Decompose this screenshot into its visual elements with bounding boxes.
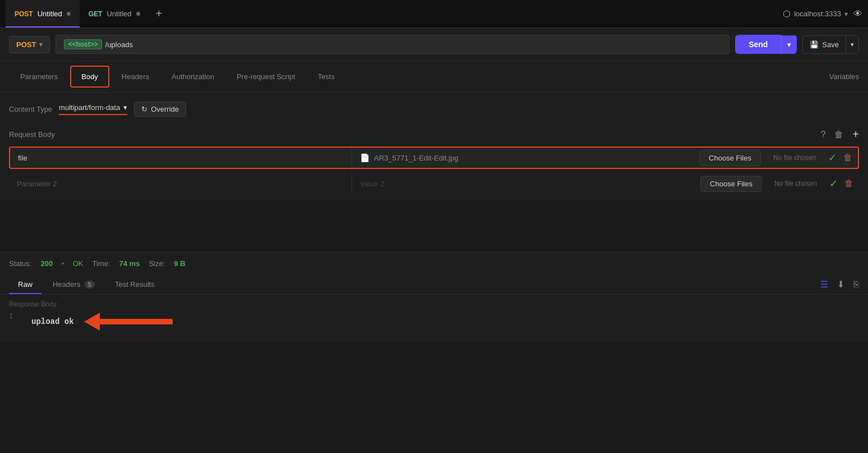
response-tabs: Raw Headers 5 Test Results ☰ ⬇ ⎘ xyxy=(0,274,868,295)
check-icon-2: ✓ xyxy=(829,177,838,190)
tab-body[interactable]: Body xyxy=(70,66,109,88)
delete-all-icon[interactable]: 🗑 xyxy=(834,130,843,140)
send-button-group: Send ▾ xyxy=(735,35,797,54)
choose-files-button-2[interactable]: Choose Files xyxy=(700,176,762,192)
param-key-2[interactable]: Parameter 2 xyxy=(9,174,352,194)
save-dropdown-button[interactable]: ▾ xyxy=(846,36,858,53)
table-row: file 📄 AR3_5771_1-Edit-Edit.jpg Choose F… xyxy=(9,147,859,169)
size-label: Size: xyxy=(149,259,165,268)
tab-get-untitled[interactable]: GET Untitled xyxy=(80,0,149,28)
refresh-icon: ↻ xyxy=(141,105,147,113)
status-label: Status: xyxy=(9,259,31,268)
request-body-label: Request Body xyxy=(9,130,55,139)
method-chevron-icon: ▾ xyxy=(39,41,43,48)
param-key-1[interactable]: file xyxy=(10,148,352,168)
host-tag: <<host>> xyxy=(64,39,101,49)
tab-get-dot xyxy=(136,12,140,16)
environment-name: localhost:3333 xyxy=(794,10,841,18)
tab-bar-right: ⬡ localhost:3333 ▾ 👁 xyxy=(783,8,862,19)
time-value: 74 ms xyxy=(119,259,140,268)
wrap-icon[interactable]: ☰ xyxy=(820,279,828,290)
line-number: 1 xyxy=(9,310,20,333)
tab-test-results[interactable]: Test Results xyxy=(106,274,164,294)
choose-files-button-1[interactable]: Choose Files xyxy=(699,150,761,166)
arrow-body xyxy=(100,319,173,324)
method-selector[interactable]: POST ▾ xyxy=(9,36,50,53)
status-bar: Status: 200 • OK Time: 74 ms Size: 9 B xyxy=(0,253,868,274)
param-value-2[interactable]: Value 2 xyxy=(352,174,695,194)
tab-post-untitled[interactable]: POST Untitled xyxy=(6,0,80,28)
tab-bar: POST Untitled GET Untitled + ⬡ localhost… xyxy=(0,0,868,28)
row-right-2: Choose Files No file chosen ✓ 🗑 xyxy=(695,176,859,192)
tab-tests[interactable]: Tests xyxy=(307,65,346,89)
response-headers-badge: 5 xyxy=(85,281,95,289)
delete-icon-1[interactable]: 🗑 xyxy=(843,153,852,163)
arrow-head-icon xyxy=(84,313,100,331)
content-area: Content Type multipart/form-data ▾ ↻ Ove… xyxy=(0,93,868,207)
add-row-button[interactable]: + xyxy=(852,128,859,141)
tab-authorization[interactable]: Authorization xyxy=(160,65,225,89)
tab-pre-request-script[interactable]: Pre-request Script xyxy=(225,65,307,89)
url-bar: POST ▾ <<host>> /uploads Send ▾ 💾 Save ▾ xyxy=(0,28,868,61)
url-input[interactable]: <<host>> /uploads xyxy=(56,35,730,54)
size-value: 9 B xyxy=(174,259,185,268)
delete-icon-2[interactable]: 🗑 xyxy=(844,179,853,189)
help-icon[interactable]: ? xyxy=(820,130,825,140)
response-code: upload ok xyxy=(31,317,74,326)
request-tabs: Parameters Body Headers Authorization Pr… xyxy=(0,61,868,93)
content-type-label: Content Type xyxy=(9,105,52,113)
no-file-label-2: No file chosen xyxy=(769,180,823,187)
tab-headers[interactable]: Headers xyxy=(110,65,160,89)
url-path: /uploads xyxy=(105,40,133,49)
tab-raw[interactable]: Raw xyxy=(9,274,41,294)
tab-post-dot xyxy=(67,12,71,16)
override-button[interactable]: ↻ Override xyxy=(134,102,186,117)
get-method-label: GET xyxy=(89,10,103,18)
content-type-chevron-icon: ▾ xyxy=(123,103,127,112)
table-row: Parameter 2 Value 2 Choose Files No file… xyxy=(9,173,859,194)
copy-icon[interactable]: ⎘ xyxy=(853,280,859,290)
method-label: POST xyxy=(16,40,36,49)
environment-chevron-icon: ▾ xyxy=(844,10,848,18)
status-text: OK xyxy=(73,259,84,268)
tab-get-title: Untitled xyxy=(107,10,131,18)
request-body-header: Request Body ? 🗑 + xyxy=(9,128,859,141)
environment-selector[interactable]: ⬡ localhost:3333 ▾ xyxy=(783,8,848,19)
eye-icon[interactable]: 👁 xyxy=(853,9,862,19)
send-dropdown-button[interactable]: ▾ xyxy=(781,35,797,54)
row-right-1: Choose Files No file chosen ✓ 🗑 xyxy=(694,150,858,166)
post-method-label: POST xyxy=(15,10,33,18)
response-content: 1 upload ok xyxy=(0,310,868,342)
check-icon-1: ✓ xyxy=(828,152,837,164)
download-icon[interactable]: ⬇ xyxy=(837,279,844,290)
save-button-group: 💾 Save ▾ xyxy=(802,35,859,54)
arrow-annotation xyxy=(85,310,173,333)
content-type-select[interactable]: multipart/form-data ▾ xyxy=(59,103,127,115)
tab-response-headers[interactable]: Headers 5 xyxy=(44,274,104,294)
time-label: Time: xyxy=(92,259,110,268)
no-file-label-1: No file chosen xyxy=(768,154,821,162)
add-tab-button[interactable]: + xyxy=(149,7,169,20)
param-value-1[interactable]: 📄 AR3_5771_1-Edit-Edit.jpg xyxy=(352,148,694,168)
save-button[interactable]: 💾 Save xyxy=(803,36,846,53)
status-dot: • xyxy=(62,260,64,267)
tab-parameters[interactable]: Parameters xyxy=(9,65,69,89)
response-icons: ☰ ⬇ ⎘ xyxy=(820,279,859,290)
file-icon: 📄 xyxy=(360,153,370,162)
save-icon: 💾 xyxy=(810,40,819,49)
variables-label[interactable]: Variables xyxy=(829,65,859,89)
content-type-row: Content Type multipart/form-data ▾ ↻ Ove… xyxy=(9,102,859,117)
content-type-value: multipart/form-data xyxy=(59,103,120,112)
layers-icon: ⬡ xyxy=(783,8,791,19)
status-code: 200 xyxy=(40,259,53,268)
tab-post-title: Untitled xyxy=(38,10,62,18)
response-body-label: Response Body xyxy=(0,295,868,310)
send-button[interactable]: Send xyxy=(735,35,781,54)
file-value-text: AR3_5771_1-Edit-Edit.jpg xyxy=(374,154,458,162)
request-body-icons: ? 🗑 + xyxy=(820,128,859,141)
